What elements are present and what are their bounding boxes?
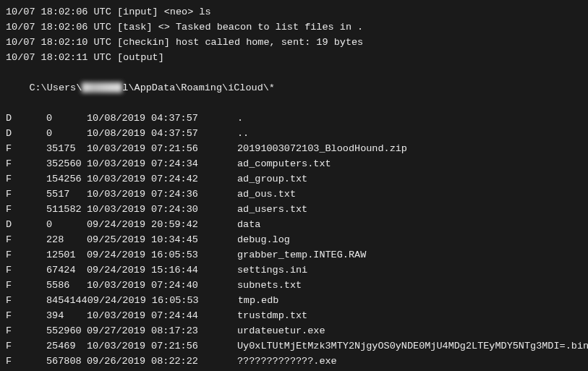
entry-date: 09/24/2019 20:59:42 bbox=[87, 217, 208, 232]
log-line: 10/07 18:02:11 UTC [output] bbox=[6, 50, 582, 65]
entry-date: 10/03/2019 07:24:40 bbox=[87, 278, 208, 293]
entry-name: ad_ous.txt bbox=[237, 187, 582, 202]
entry-type: F bbox=[6, 187, 46, 202]
entry-pad bbox=[208, 278, 237, 293]
entry-pad bbox=[208, 111, 237, 126]
entry-type: F bbox=[6, 354, 46, 369]
entry-pad bbox=[208, 263, 237, 278]
listing-row: F35256010/03/2019 07:24:34ad_computers.t… bbox=[6, 156, 582, 171]
entry-date: 09/27/2019 08:17:23 bbox=[87, 323, 208, 338]
path-suffix: l\AppData\Roaming\iCloud\* bbox=[122, 82, 275, 93]
entry-name: urdateuetur.exe bbox=[237, 323, 582, 338]
entry-size: 567808 bbox=[46, 354, 87, 369]
entry-pad bbox=[208, 323, 237, 338]
entry-date: 09/26/2019 08:22:22 bbox=[87, 354, 208, 369]
listing-row: D010/08/2019 04:37:57. bbox=[6, 111, 582, 126]
entry-type: F bbox=[6, 171, 46, 187]
entry-type: F bbox=[6, 232, 46, 247]
listing-row: F15425610/03/2019 07:24:42ad_group.txt bbox=[6, 171, 582, 187]
entry-size: 552960 bbox=[46, 323, 87, 338]
entry-name: ?????????????.exe bbox=[237, 354, 582, 369]
entry-date: 09/24/2019 15:16:44 bbox=[87, 263, 208, 278]
entry-type: F bbox=[6, 202, 46, 217]
entry-type: F bbox=[6, 156, 46, 171]
entry-pad bbox=[208, 217, 237, 232]
listing-row: F55296009/27/2019 08:17:23urdateuetur.ex… bbox=[6, 323, 582, 338]
entry-pad bbox=[208, 126, 237, 141]
entry-name: ad_computers.txt bbox=[237, 156, 582, 171]
entry-name: . bbox=[237, 111, 582, 126]
log-line: 10/07 18:02:06 UTC [input] <neo> ls bbox=[6, 4, 582, 20]
entry-name: grabber_temp.INTEG.RAW bbox=[237, 247, 582, 263]
entry-size: 12501 bbox=[46, 247, 87, 263]
entry-type: F bbox=[6, 141, 46, 156]
entry-type: D bbox=[6, 217, 46, 232]
entry-name: debug.log bbox=[237, 232, 582, 247]
entry-size: 0 bbox=[46, 217, 87, 232]
entry-type: D bbox=[6, 111, 46, 126]
entry-size: 5586 bbox=[46, 278, 87, 293]
entry-date: 10/08/2019 04:37:57 bbox=[87, 126, 208, 141]
entry-name: Uy0xLTUtMjEtMzk3MTY2NjgyOS0yNDE0MjU4MDg2… bbox=[237, 338, 588, 354]
entry-type: F bbox=[6, 263, 46, 278]
path-prefix: C:\Users\ bbox=[29, 82, 82, 93]
entry-type: F bbox=[6, 338, 46, 354]
listing-row: F551710/03/2019 07:24:36ad_ous.txt bbox=[6, 187, 582, 202]
entry-type: F bbox=[6, 323, 46, 338]
listing-row: F558610/03/2019 07:24:40subnets.txt bbox=[6, 278, 582, 293]
entry-date: 10/03/2019 07:24:30 bbox=[87, 202, 208, 217]
listing-row: F51158210/03/2019 07:24:30ad_users.txt bbox=[6, 202, 582, 217]
listing-row: D010/08/2019 04:37:57.. bbox=[6, 126, 582, 141]
file-listing: D010/08/2019 04:37:57.D010/08/2019 04:37… bbox=[6, 111, 582, 371]
entry-size: 35175 bbox=[46, 141, 87, 156]
entry-size: 0 bbox=[46, 111, 87, 126]
listing-row: F3517510/03/2019 07:21:5620191003072103_… bbox=[6, 141, 582, 156]
entry-size: 8454144 bbox=[46, 293, 88, 308]
entry-type: F bbox=[6, 278, 46, 293]
listing-row: F39410/03/2019 07:24:44trustdmp.txt bbox=[6, 308, 582, 323]
entry-name: tmp.edb bbox=[238, 293, 582, 308]
entry-pad bbox=[209, 293, 238, 308]
entry-size: 67424 bbox=[46, 263, 87, 278]
entry-name: subnets.txt bbox=[237, 278, 582, 293]
entry-size: 511582 bbox=[46, 202, 87, 217]
listing-row: F2546910/03/2019 07:21:56Uy0xLTUtMjEtMzk… bbox=[6, 338, 582, 354]
entry-size: 5517 bbox=[46, 187, 87, 202]
entry-pad bbox=[208, 141, 237, 156]
entry-size: 25469 bbox=[46, 338, 87, 354]
log-lines: 10/07 18:02:06 UTC [input] <neo> ls10/07… bbox=[6, 4, 582, 65]
entry-type: F bbox=[6, 293, 46, 308]
entry-pad bbox=[208, 338, 237, 354]
path-line: C:\Users\l\AppData\Roaming\iCloud\* bbox=[6, 65, 582, 111]
entry-size: 154256 bbox=[46, 171, 87, 187]
entry-size: 394 bbox=[46, 308, 87, 323]
entry-date: 10/03/2019 07:24:34 bbox=[87, 156, 208, 171]
entry-size: 228 bbox=[46, 232, 87, 247]
entry-size: 352560 bbox=[46, 156, 87, 171]
entry-date: 10/03/2019 07:24:36 bbox=[87, 187, 208, 202]
entry-date: 09/25/2019 10:34:45 bbox=[87, 232, 208, 247]
entry-name: data bbox=[237, 217, 582, 232]
entry-size: 0 bbox=[46, 126, 87, 141]
log-line: 10/07 18:02:10 UTC [checkin] host called… bbox=[6, 35, 582, 50]
entry-date: 10/08/2019 04:37:57 bbox=[87, 111, 208, 126]
entry-pad bbox=[208, 232, 237, 247]
listing-row: F22809/25/2019 10:34:45debug.log bbox=[6, 232, 582, 247]
entry-date: 10/03/2019 07:21:56 bbox=[87, 141, 208, 156]
entry-pad bbox=[208, 247, 237, 263]
entry-pad bbox=[208, 202, 237, 217]
entry-pad bbox=[208, 156, 237, 171]
entry-name: settings.ini bbox=[237, 263, 582, 278]
entry-type: F bbox=[6, 308, 46, 323]
entry-name: ad_group.txt bbox=[237, 171, 582, 187]
listing-row: F6742409/24/2019 15:16:44settings.ini bbox=[6, 263, 582, 278]
entry-name: ad_users.txt bbox=[237, 202, 582, 217]
entry-pad bbox=[208, 308, 237, 323]
log-line: 10/07 18:02:06 UTC [task] <> Tasked beac… bbox=[6, 20, 582, 35]
entry-date: 09/24/2019 16:05:53 bbox=[87, 247, 208, 263]
entry-date: 10/03/2019 07:24:44 bbox=[87, 308, 208, 323]
listing-row: F845414409/24/2019 16:05:53tmp.edb bbox=[6, 293, 582, 308]
entry-pad bbox=[208, 354, 237, 369]
listing-row: D009/24/2019 20:59:42data bbox=[6, 217, 582, 232]
entry-date: 10/03/2019 07:21:56 bbox=[87, 338, 208, 354]
